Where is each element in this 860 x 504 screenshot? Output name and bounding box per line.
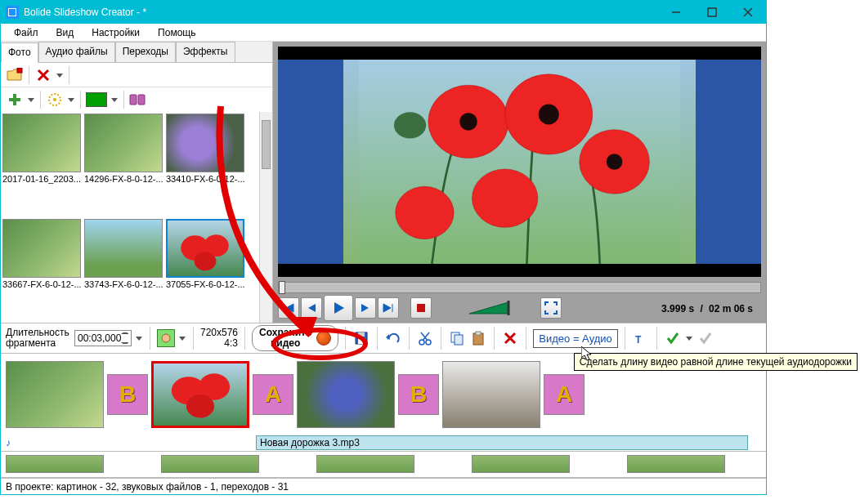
media-panel: Фото Аудио файлы Переходы Эффекты xyxy=(1,42,273,323)
goto-start-button[interactable] xyxy=(278,297,299,319)
svg-rect-7 xyxy=(130,95,137,105)
open-folder-icon[interactable] xyxy=(6,66,24,84)
menu-view[interactable]: Вид xyxy=(56,27,74,38)
thumb-caption: 33667-FX-6-0-12-... xyxy=(2,278,81,289)
duration-input[interactable]: 00:03,000 xyxy=(74,330,132,346)
separator xyxy=(494,327,495,350)
delete-clip-icon[interactable] xyxy=(501,329,519,347)
video-equals-audio-button[interactable]: Видео = Аудио xyxy=(533,329,617,348)
next-frame-button[interactable] xyxy=(355,297,376,319)
tab-effects[interactable]: Эффекты xyxy=(176,42,235,62)
svg-point-24 xyxy=(162,334,170,342)
menu-settings[interactable]: Настройки xyxy=(92,27,140,38)
clip-selected[interactable] xyxy=(151,361,249,428)
close-button[interactable] xyxy=(730,1,766,24)
check-icon[interactable] xyxy=(664,329,682,347)
goto-end-button[interactable] xyxy=(378,297,399,319)
thumb-item[interactable]: 33743-FX-6-0-12-... xyxy=(84,219,163,321)
thumb-item[interactable]: 33410-FX-6-0-12-... xyxy=(166,114,244,216)
delete-dropdown[interactable] xyxy=(56,72,64,78)
fullscreen-button[interactable] xyxy=(540,297,562,319)
minimize-button[interactable] xyxy=(658,1,694,24)
film-icon[interactable] xyxy=(129,91,147,109)
face-dropdown[interactable] xyxy=(178,335,186,341)
maximize-button[interactable] xyxy=(694,1,730,24)
time-total: 02 m 06 s xyxy=(709,303,753,314)
add-dropdown[interactable] xyxy=(27,96,35,103)
transition[interactable]: A xyxy=(253,374,293,415)
prev-frame-button[interactable] xyxy=(301,297,322,319)
svg-point-37 xyxy=(186,394,214,417)
check-disabled-icon xyxy=(697,329,714,347)
effect-icon[interactable] xyxy=(46,91,64,109)
scrollbar-thumb[interactable] xyxy=(262,120,271,169)
separator xyxy=(150,327,150,350)
svg-point-20 xyxy=(539,104,559,124)
clip[interactable] xyxy=(297,361,395,428)
window-title: Bolide Slideshow Creator - * xyxy=(24,7,658,18)
tab-transitions[interactable]: Переходы xyxy=(115,42,176,62)
tab-photo[interactable]: Фото xyxy=(1,42,38,63)
effect-dropdown[interactable] xyxy=(67,96,75,103)
clip-partial[interactable] xyxy=(627,455,725,473)
thumb-item[interactable]: 2017-01-16_2203... xyxy=(2,114,81,216)
stop-button[interactable] xyxy=(410,297,432,319)
separator xyxy=(40,91,41,109)
preview-panel: 3.999 s / 02 m 06 s xyxy=(273,42,766,323)
check-dropdown[interactable] xyxy=(685,335,693,341)
menubar: Файл Вид Настройки Помощь xyxy=(1,24,766,42)
svg-point-19 xyxy=(459,113,477,130)
menu-file[interactable]: Файл xyxy=(14,27,38,38)
transition[interactable]: B xyxy=(398,374,439,415)
undo-icon[interactable] xyxy=(384,329,402,347)
playback-controls: 3.999 s / 02 m 06 s xyxy=(273,293,766,323)
separator xyxy=(123,91,124,109)
clip-partial[interactable] xyxy=(6,455,104,473)
clip[interactable] xyxy=(6,361,104,428)
save-video-button[interactable]: Сохранить видео xyxy=(252,325,338,351)
thumb-item[interactable]: 33667-FX-6-0-12-... xyxy=(2,219,81,321)
letterbox xyxy=(278,264,761,277)
menu-help[interactable]: Помощь xyxy=(158,27,195,38)
duration-dropdown[interactable] xyxy=(135,335,143,341)
preview-canvas xyxy=(278,47,761,277)
thumb-caption: 33743-FX-6-0-12-... xyxy=(84,278,163,289)
svg-point-13 xyxy=(394,112,426,138)
separator xyxy=(441,327,441,350)
audio-track[interactable]: Новая дорожка 3.mp3 xyxy=(256,435,748,450)
slider-thumb[interactable] xyxy=(279,281,285,294)
thumb-caption: 2017-01-16_2203... xyxy=(2,172,81,184)
svg-rect-27 xyxy=(358,339,365,344)
copy-icon[interactable] xyxy=(448,329,466,347)
separator xyxy=(345,327,346,350)
volume-icon[interactable] xyxy=(468,301,513,315)
transition[interactable]: A xyxy=(544,374,585,415)
save-disk-icon[interactable] xyxy=(352,329,370,347)
media-toolbar-1 xyxy=(1,63,272,87)
transition[interactable]: B xyxy=(107,374,148,415)
thumb-item[interactable]: 14296-FX-8-0-12-... xyxy=(84,114,163,216)
delete-icon[interactable] xyxy=(34,66,52,84)
svg-point-11 xyxy=(195,252,217,270)
clip-partial[interactable] xyxy=(316,455,414,473)
clip-partial[interactable] xyxy=(472,455,570,473)
clip[interactable] xyxy=(442,361,540,428)
play-button[interactable] xyxy=(324,295,353,321)
paste-icon[interactable] xyxy=(469,329,487,347)
add-icon[interactable] xyxy=(6,91,24,109)
scrollbar[interactable] xyxy=(259,112,272,323)
color-swatch[interactable] xyxy=(86,92,107,107)
face-icon[interactable] xyxy=(157,329,175,347)
tooltip: Сделать длину видео равной длине текущей… xyxy=(574,353,858,371)
thumb-item-selected[interactable]: 37055-FX-6-0-12-... xyxy=(166,219,244,321)
color-dropdown[interactable] xyxy=(110,96,119,103)
preview-slider[interactable] xyxy=(278,282,761,293)
svg-rect-26 xyxy=(358,332,365,337)
text-icon[interactable]: T xyxy=(632,329,650,347)
clip-partial[interactable] xyxy=(161,455,259,473)
tab-audio[interactable]: Аудио файлы xyxy=(38,42,115,62)
cut-icon[interactable] xyxy=(416,329,434,347)
time-display: 3.999 s / 02 m 06 s xyxy=(661,302,761,314)
thumb-caption: 37055-FX-6-0-12-... xyxy=(166,278,244,289)
svg-rect-4 xyxy=(17,68,22,73)
